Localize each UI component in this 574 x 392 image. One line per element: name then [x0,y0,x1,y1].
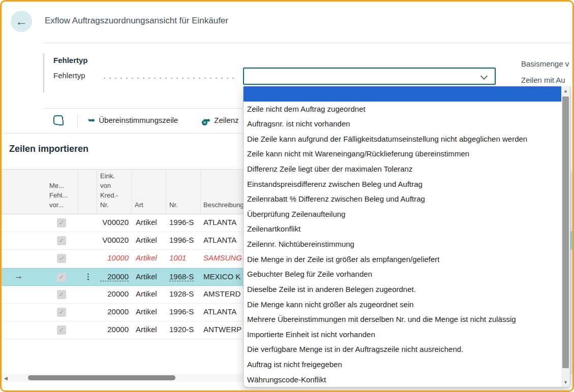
cell-no[interactable]: 1928-S [169,289,194,298]
dropdown-option[interactable]: Mehrere Übereinstimmungen mit derselben … [244,312,561,327]
cell-vendor-no[interactable]: 20000 [100,307,129,316]
back-button[interactable]: ← [11,11,32,32]
header-separator [200,170,201,215]
back-arrow-icon: ← [15,15,27,27]
dropdown-option[interactable]: Die Menge in der Zeile ist größer als em… [244,252,561,267]
horizontal-scroll-thumb[interactable] [28,375,175,380]
header-separator [97,170,97,215]
match-arrow-icon: ➥ [88,116,95,124]
cell-vendor-no[interactable]: V00020 [100,218,129,226]
row-checkbox[interactable]: ✓ [57,218,66,227]
cell-description[interactable]: ANTWERP [203,325,241,334]
cell-description[interactable]: ATLANTA [203,307,236,316]
column-header[interactable]: Eink.vonKred.-Nr. [100,171,118,210]
remove-match-label: Zeilenz [214,116,238,124]
row-checkbox[interactable]: ✓ [57,325,66,335]
row-checkbox[interactable]: ✓ [57,290,66,299]
fehlertyp-field-label: Fehlertyp [53,71,85,80]
cell-no[interactable]: 1996-S [169,218,194,226]
cell-no[interactable]: 1001 [169,253,186,262]
row-checkbox[interactable]: ✓ [57,273,66,282]
cell-description[interactable]: SAMSUNG [203,253,242,262]
x-circle-icon: ✕ [202,120,207,125]
cell-description[interactable]: MEXICO K [203,272,240,281]
cell-type[interactable]: Artikel [136,307,157,316]
cell-no[interactable]: 1996-S [169,236,194,244]
dropdown-option[interactable]: Die Zeile kann aufgrund der Fälligkeitsd… [244,132,561,147]
dropdown-option[interactable]: Zeilenartkonflikt [244,221,561,237]
fehlertyp-dropdown-list: Zeile nicht dem Auftrag zugeordnetAuftra… [244,86,561,387]
cell-no[interactable]: 1996-S [169,307,194,316]
zeilen-mit-label: Zeilen mit Au [521,76,565,84]
section-title: Zeilen importieren [9,144,88,154]
match-line-button[interactable]: ➥ Übereinstimmungszeile [88,116,178,124]
dots-leader [102,77,235,79]
cell-type[interactable]: Artikel [136,325,157,334]
match-line-label: Übereinstimmungszeile [99,116,178,124]
dropdown-scrollbar[interactable]: ▲ ▼ [561,86,570,387]
selected-row-arrow-icon: → [14,271,23,281]
dropdown-option[interactable]: Differenz Zeile liegt über der maximalen… [244,161,561,177]
cell-type[interactable]: Artikel [136,218,157,226]
cell-vendor-no[interactable]: 20000 [100,272,129,281]
fehlertyp-combobox[interactable] [243,68,496,85]
dropdown-option[interactable]: Zeile kann nicht mit Wareneingang/Rückli… [244,146,561,161]
cell-vendor-no[interactable]: 20000 [100,289,129,298]
cell-type[interactable]: Artikel [136,272,157,281]
remove-match-button[interactable]: ➥✕ Zeilenz [203,116,239,124]
dropdown-option[interactable]: Gebuchter Beleg für Zeile vorhanden [244,267,561,282]
cell-description[interactable]: ATLANTA [203,218,236,226]
header-separator [78,170,78,215]
dropdown-option[interactable] [244,86,561,102]
dropdown-option[interactable]: Einstandspreisdifferenz zwischen Beleg u… [244,177,561,192]
header-separator [131,170,132,215]
row-checkbox[interactable]: ✓ [57,308,66,317]
grid-refresh-icon[interactable] [53,115,63,125]
dropdown-option[interactable]: Währungscode-Konflikt [244,372,561,387]
dropdown-option[interactable]: Zeilenrabatt % Differenz zwischen Beleg … [244,191,561,207]
cell-no[interactable]: 1920-S [169,325,194,334]
header-separator [166,170,166,215]
toolbar-divider [77,114,78,128]
dropdown-option[interactable]: Die Menge kann nicht größer als zugeordn… [244,297,561,312]
page-title: Exflow Auftragszuordnungsansicht für Ein… [45,16,228,26]
chevron-down-icon[interactable] [480,73,488,80]
fasttab-left-bar [43,53,44,92]
basismenge-label: Basismenge v [521,59,569,68]
scroll-down-icon[interactable]: ▼ [561,378,570,386]
remove-match-icon: ➥✕ [203,116,210,124]
row-menu-icon[interactable]: ⋮ [84,272,92,281]
column-header[interactable]: Art [135,200,143,210]
dropdown-scroll-thumb[interactable] [562,96,569,368]
header-divider [43,43,571,43]
row-checkbox[interactable]: ✓ [57,254,66,263]
column-header[interactable]: Nr. [169,200,178,210]
scroll-up-icon[interactable]: ▲ [561,87,570,95]
dropdown-option[interactable]: Auftrag ist nicht freigegeben [244,357,561,372]
app-window: ← Exflow Auftragszuordnungsansicht für E… [0,0,574,392]
cell-vendor-no[interactable]: V00020 [100,236,129,244]
dropdown-option[interactable]: Zeile nicht dem Auftrag zugeordnet [244,102,561,117]
dropdown-option[interactable]: Importierte Einheit ist nicht vorhanden [244,327,561,342]
cell-vendor-no[interactable]: 10000 [100,253,129,262]
cell-type[interactable]: Artikel [136,253,157,262]
dropdown-option[interactable]: Zeilennr. Nichtübereinstimmung [244,237,561,252]
cell-vendor-no[interactable]: 20000 [100,325,129,334]
dropdown-option[interactable]: Dieselbe Zeile ist in anderen Belegen zu… [244,282,561,297]
cell-type[interactable]: Artikel [136,289,157,298]
row-checkbox[interactable]: ✓ [57,236,66,245]
dropdown-option[interactable]: Die verfügbare Menge ist in der Auftrags… [244,342,561,357]
dropdown-option[interactable]: Überprüfung Zeilenaufteilung [244,207,561,222]
filter-group-label: Fehlertyp [53,56,88,64]
fehlertyp-dropdown: Zeile nicht dem Auftrag zugeordnetAuftra… [243,86,570,387]
column-header[interactable]: Beschreibung [203,200,244,210]
dropdown-option[interactable]: Auftragsnr. ist nicht vorhanden [244,116,561,132]
cell-no[interactable]: 1968-S [169,272,194,281]
cell-description[interactable]: ATLANTA [203,236,236,244]
cell-type[interactable]: Artikel [136,236,157,244]
cell-description[interactable]: AMSTERD [203,289,240,298]
scroll-left-icon[interactable]: ◀ [4,376,8,381]
column-header[interactable]: Me...Fehl...vor... [49,181,68,210]
